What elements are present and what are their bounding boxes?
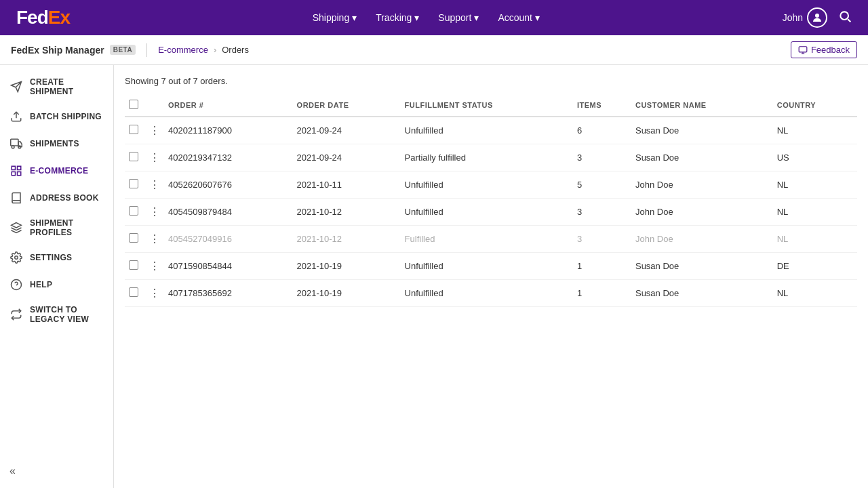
beta-badge: BETA: [110, 45, 136, 55]
row-order-num: 4054527049916: [164, 226, 293, 253]
sidebar-item-settings[interactable]: SETTINGS: [0, 244, 113, 271]
row-items: 3: [573, 199, 631, 226]
order-date-header[interactable]: ORDER DATE: [293, 94, 401, 117]
sidebar-item-switch-legacy[interactable]: SWITCH TO LEGACY VIEW: [0, 298, 113, 331]
chevron-down-icon: ▾: [414, 12, 419, 23]
row-menu-cell[interactable]: ⋮: [145, 226, 164, 253]
main-content: Showing 7 out of 7 orders. ORDER # ORDER…: [114, 65, 868, 488]
row-order-num: 4054509879484: [164, 199, 293, 226]
row-checkbox[interactable]: [129, 125, 138, 134]
row-items: 6: [573, 117, 631, 144]
row-items: 3: [573, 144, 631, 171]
row-checkbox-cell[interactable]: [125, 226, 145, 253]
table-row: ⋮ 4054527049916 2021-10-12 Fulfilled 3 J…: [125, 226, 857, 253]
breadcrumb-current: Orders: [222, 45, 249, 55]
breadcrumb-area: FedEx Ship Manager BETA E-commerce › Ord…: [11, 43, 249, 57]
select-all-header[interactable]: [125, 94, 145, 117]
svg-rect-5: [11, 139, 18, 146]
row-checkbox-cell[interactable]: [125, 171, 145, 199]
svg-rect-11: [18, 172, 21, 176]
box-icon: [9, 137, 23, 150]
row-menu-cell[interactable]: ⋮: [145, 144, 164, 171]
row-checkbox[interactable]: [129, 287, 138, 297]
row-checkbox-cell[interactable]: [125, 117, 145, 144]
row-country: NL: [773, 226, 857, 253]
row-order-date: 2021-10-12: [293, 226, 401, 253]
nav-shipping[interactable]: Shipping ▾: [306, 8, 364, 27]
row-order-num: 4071785365692: [164, 280, 293, 307]
sidebar-item-e-commerce[interactable]: E-COMMERCE: [0, 157, 113, 184]
row-order-date: 2021-10-12: [293, 199, 401, 226]
sidebar-item-address-book[interactable]: ADDRESS BOOK: [0, 184, 113, 211]
row-country: US: [773, 144, 857, 171]
row-country: NL: [773, 199, 857, 226]
airplane-icon: [9, 80, 23, 94]
nav-support[interactable]: Support ▾: [431, 8, 486, 27]
row-customer: Susan Doe: [631, 253, 773, 280]
row-menu-cell[interactable]: ⋮: [145, 253, 164, 280]
sidebar-item-create-shipment[interactable]: CREATE SHIPMENT: [0, 70, 113, 103]
nav-tracking[interactable]: Tracking ▾: [369, 8, 426, 27]
row-menu-dots[interactable]: ⋮: [149, 287, 160, 299]
svg-rect-10: [12, 172, 15, 176]
layers-icon: [9, 221, 23, 235]
row-checkbox-cell[interactable]: [125, 253, 145, 280]
fedex-logo[interactable]: FedEx: [16, 7, 70, 28]
row-menu-dots[interactable]: ⋮: [149, 152, 160, 163]
nav-account[interactable]: Account ▾: [491, 8, 547, 27]
user-menu-button[interactable]: John: [783, 7, 827, 28]
row-menu-dots[interactable]: ⋮: [149, 125, 160, 136]
help-icon: [9, 278, 23, 291]
row-menu-cell[interactable]: ⋮: [145, 171, 164, 199]
row-checkbox[interactable]: [129, 152, 138, 161]
row-country: NL: [773, 280, 857, 307]
row-checkbox-cell[interactable]: [125, 280, 145, 307]
row-customer: Susan Doe: [631, 280, 773, 307]
row-customer: John Doe: [631, 199, 773, 226]
fulfillment-header[interactable]: FULFILLMENT STATUS: [401, 94, 573, 117]
app-title: FedEx Ship Manager: [11, 45, 104, 56]
upload-icon: [9, 110, 23, 123]
row-country: DE: [773, 253, 857, 280]
divider: [146, 43, 147, 57]
sidebar-item-batch-shipping[interactable]: BATCH SHIPPING: [0, 103, 113, 130]
row-fulfillment: Unfulfilled: [401, 253, 573, 280]
row-country: NL: [773, 117, 857, 144]
search-button[interactable]: [838, 9, 852, 26]
breadcrumb-parent[interactable]: E-commerce: [158, 45, 208, 55]
sidebar-collapse-button[interactable]: «: [9, 465, 16, 477]
country-header[interactable]: COUNTRY: [773, 94, 857, 117]
row-checkbox[interactable]: [129, 260, 138, 270]
table-row: ⋮ 4054509879484 2021-10-12 Unfulfilled 3…: [125, 199, 857, 226]
row-menu-cell[interactable]: ⋮: [145, 117, 164, 144]
row-menu-cell[interactable]: ⋮: [145, 199, 164, 226]
switch-icon: [9, 308, 23, 321]
row-menu-cell[interactable]: ⋮: [145, 280, 164, 307]
row-order-date: 2021-10-19: [293, 253, 401, 280]
row-checkbox-cell[interactable]: [125, 144, 145, 171]
row-fulfillment: Partially fulfilled: [401, 144, 573, 171]
row-menu-dots[interactable]: ⋮: [149, 233, 160, 245]
row-checkbox[interactable]: [129, 179, 138, 188]
menu-header: [145, 94, 164, 117]
items-header[interactable]: ITEMS: [573, 94, 631, 117]
row-menu-dots[interactable]: ⋮: [149, 179, 160, 190]
sidebar-item-shipments[interactable]: SHIPMENTS: [0, 130, 113, 157]
address-book-icon: [9, 191, 23, 205]
order-num-header[interactable]: ORDER #: [164, 94, 293, 117]
select-all-checkbox[interactable]: [129, 100, 138, 109]
row-checkbox-cell[interactable]: [125, 199, 145, 226]
row-checkbox[interactable]: [129, 233, 138, 243]
sidebar-item-help[interactable]: HELP: [0, 271, 113, 298]
row-fulfillment: Unfulfilled: [401, 171, 573, 199]
logo-fed: Fed: [16, 7, 48, 28]
customer-header[interactable]: CUSTOMER NAME: [631, 94, 773, 117]
row-menu-dots[interactable]: ⋮: [149, 206, 160, 218]
row-order-date: 2021-10-19: [293, 280, 401, 307]
row-customer: John Doe: [631, 171, 773, 199]
svg-rect-8: [12, 166, 15, 169]
sidebar-item-shipment-profiles[interactable]: SHIPMENT PROFILES: [0, 211, 113, 244]
row-menu-dots[interactable]: ⋮: [149, 260, 160, 272]
feedback-button[interactable]: Feedback: [791, 41, 857, 58]
row-checkbox[interactable]: [129, 206, 138, 216]
